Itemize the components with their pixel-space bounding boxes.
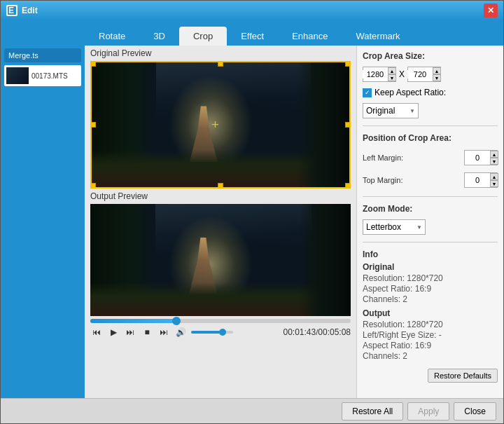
restore-all-button[interactable]: Restore All bbox=[342, 402, 403, 420]
crop-handle-bm[interactable] bbox=[218, 183, 223, 189]
right-panel: Crop Area Size: ▲ ▼ X ▲ ▼ bbox=[356, 46, 503, 398]
width-value[interactable] bbox=[363, 70, 388, 78]
orig-aspect: Aspect Ratio: 16:9 bbox=[363, 284, 498, 294]
out-tree-right-deco bbox=[299, 204, 351, 316]
tab-watermark[interactable]: Watermark bbox=[342, 27, 414, 46]
progress-thumb[interactable] bbox=[172, 317, 181, 325]
edit-window: E Edit ✕ Rotate 3D Crop Effect Enhance W… bbox=[0, 0, 504, 424]
output-preview-video bbox=[90, 204, 351, 316]
restore-defaults-button[interactable]: Restore Defaults bbox=[428, 369, 498, 383]
out-eye-size: Left/Right Eye Size: - bbox=[363, 330, 498, 340]
aspect-select-box[interactable]: Original ▼ bbox=[363, 103, 419, 118]
window-title: Edit bbox=[22, 6, 484, 15]
time-current: 00:01:43 bbox=[284, 327, 316, 337]
close-bottom-button[interactable]: Close bbox=[454, 402, 496, 420]
main-content: Merge.ts 00173.MTS Original Preview bbox=[1, 46, 503, 398]
tab-crop[interactable]: Crop bbox=[179, 27, 227, 46]
orig-resolution: Resolution: 1280*720 bbox=[363, 273, 498, 283]
info-title: Info bbox=[363, 249, 498, 259]
separator-3 bbox=[363, 242, 498, 242]
original-preview-video: + bbox=[90, 61, 351, 189]
position-label: Position of Crop Area: bbox=[363, 133, 498, 143]
close-button[interactable]: ✕ bbox=[484, 4, 498, 18]
tab-rotate[interactable]: Rotate bbox=[85, 27, 139, 46]
progress-fill bbox=[90, 319, 176, 323]
tab-effect[interactable]: Effect bbox=[227, 27, 278, 46]
height-spin-down[interactable]: ▼ bbox=[433, 74, 441, 81]
x-separator: X bbox=[399, 69, 405, 79]
volume-thumb[interactable] bbox=[219, 329, 226, 336]
output-preview-label: Output Preview bbox=[85, 189, 356, 204]
top-margin-value[interactable] bbox=[465, 176, 490, 184]
title-bar: E Edit ✕ bbox=[1, 1, 503, 20]
play-button[interactable]: ▶ bbox=[107, 326, 120, 338]
preview-area: Original Preview bbox=[85, 46, 356, 398]
aspect-select[interactable]: Original ▼ bbox=[363, 103, 498, 118]
out-resolution: Resolution: 1280*720 bbox=[363, 320, 498, 329]
apply-button[interactable]: Apply bbox=[407, 402, 449, 420]
crop-area-size-label: Crop Area Size: bbox=[363, 51, 498, 61]
playback-bar: ⏮ ▶ ⏭ ■ ⏭ 🔊 00:01:43/00:05:08 bbox=[85, 316, 356, 341]
output-info-title: Output bbox=[363, 308, 498, 318]
left-margin-input[interactable]: ▲ ▼ bbox=[464, 150, 498, 165]
left-margin-value[interactable] bbox=[465, 153, 490, 162]
top-margin-spinners: ▲ ▼ bbox=[490, 173, 498, 187]
crop-handle-tm[interactable] bbox=[218, 61, 223, 67]
skip-end-button[interactable]: ⏭ bbox=[158, 326, 170, 338]
width-spinners: ▲ ▼ bbox=[388, 67, 396, 81]
aspect-option: Original bbox=[366, 106, 395, 116]
left-margin-spin-down[interactable]: ▼ bbox=[490, 158, 498, 165]
left-margin-spin-up[interactable]: ▲ bbox=[490, 151, 498, 158]
width-spin-down[interactable]: ▼ bbox=[388, 74, 396, 81]
time-total: 00:05:08 bbox=[318, 327, 351, 337]
crop-area-size-row: ▲ ▼ X ▲ ▼ bbox=[363, 67, 498, 82]
tab-3d[interactable]: 3D bbox=[139, 27, 179, 46]
crop-handle-tl[interactable] bbox=[90, 61, 96, 67]
top-margin-input[interactable]: ▲ ▼ bbox=[464, 172, 498, 188]
keep-aspect-checkbox[interactable] bbox=[363, 88, 372, 97]
top-margin-spin-down[interactable]: ▼ bbox=[490, 180, 498, 187]
orig-channels: Channels: 2 bbox=[363, 294, 498, 304]
width-spin-up[interactable]: ▲ bbox=[388, 67, 396, 74]
height-value[interactable] bbox=[407, 70, 433, 78]
keep-aspect-label: Keep Aspect Ratio: bbox=[374, 88, 446, 97]
volume-icon: 🔊 bbox=[174, 326, 187, 338]
crop-handle-br[interactable] bbox=[345, 183, 351, 189]
volume-track[interactable] bbox=[191, 331, 233, 334]
width-input[interactable]: ▲ ▼ bbox=[363, 67, 396, 82]
app-icon: E bbox=[6, 5, 18, 16]
crop-handle-mr[interactable] bbox=[345, 122, 351, 128]
crop-handle-ml[interactable] bbox=[90, 122, 96, 128]
file-name: 00173.MTS bbox=[31, 72, 68, 80]
top-margin-row: Top Margin: ▲ ▼ bbox=[363, 172, 498, 188]
keep-aspect-row: Keep Aspect Ratio: bbox=[363, 88, 498, 97]
svg-text:E: E bbox=[8, 6, 14, 15]
file-thumbnail bbox=[6, 67, 29, 84]
step-forward-button[interactable]: ⏭ bbox=[124, 326, 136, 338]
height-spin-up[interactable]: ▲ bbox=[433, 67, 441, 74]
out-aspect: Aspect Ratio: 16:9 bbox=[363, 341, 498, 350]
top-margin-label: Top Margin: bbox=[363, 176, 402, 184]
time-display: 00:01:43/00:05:08 bbox=[284, 327, 351, 337]
crop-handle-bl[interactable] bbox=[90, 183, 96, 189]
tab-enhance[interactable]: Enhance bbox=[278, 27, 342, 46]
volume-fill bbox=[191, 331, 223, 334]
skip-start-button[interactable]: ⏮ bbox=[90, 326, 103, 338]
tree-right-deco bbox=[298, 62, 349, 187]
height-input[interactable]: ▲ ▼ bbox=[407, 67, 441, 82]
separator-2 bbox=[363, 196, 498, 197]
out-channels: Channels: 2 bbox=[363, 351, 498, 361]
crop-handle-tr[interactable] bbox=[345, 61, 351, 67]
original-preview-label: Original Preview bbox=[85, 46, 356, 61]
zoom-mode-option: Letterbox bbox=[366, 222, 401, 232]
info-section: Info Original Resolution: 1280*720 Aspec… bbox=[363, 249, 498, 362]
file-item[interactable]: 00173.MTS bbox=[4, 65, 81, 86]
zoom-mode-label: Zoom Mode: bbox=[363, 204, 498, 214]
progress-track[interactable] bbox=[90, 319, 351, 323]
stop-button[interactable]: ■ bbox=[141, 326, 153, 338]
file-sidebar: Merge.ts 00173.MTS bbox=[1, 46, 85, 398]
controls-row: ⏮ ▶ ⏭ ■ ⏭ 🔊 00:01:43/00:05:08 bbox=[90, 326, 351, 338]
left-margin-label: Left Margin: bbox=[363, 153, 403, 162]
top-margin-spin-up[interactable]: ▲ bbox=[490, 173, 498, 180]
zoom-mode-select[interactable]: Letterbox ▼ bbox=[363, 219, 426, 235]
